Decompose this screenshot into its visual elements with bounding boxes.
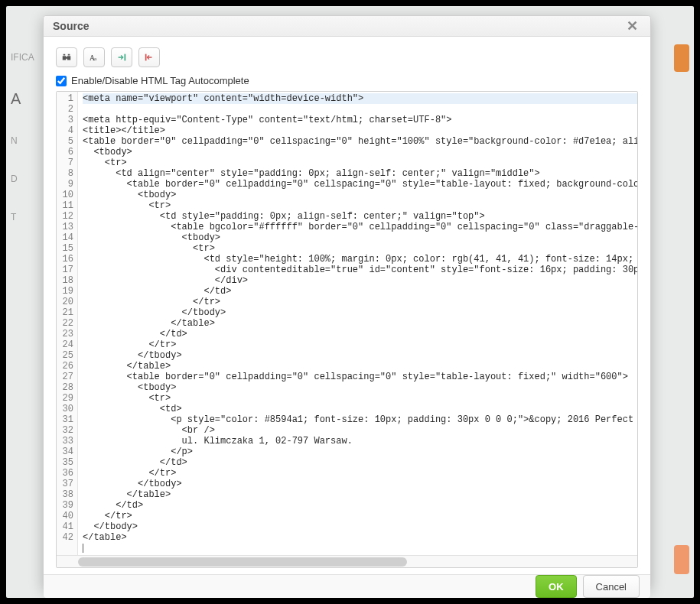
- binoculars-icon: [61, 52, 72, 63]
- code-line[interactable]: <td>: [83, 404, 182, 414]
- code-line[interactable]: </table>: [83, 318, 215, 329]
- code-line[interactable]: </td>: [83, 286, 231, 297]
- replace-icon: Aa: [89, 52, 99, 63]
- cancel-button[interactable]: Cancel: [583, 575, 640, 598]
- svg-text:a: a: [94, 56, 97, 62]
- code-editor: 1234567891011121314151617181920212223242…: [56, 91, 638, 568]
- code-line[interactable]: <tbody>: [83, 232, 220, 243]
- code-line[interactable]: <table bgcolor="#ffffff" border="0" cell…: [83, 222, 638, 232]
- code-line[interactable]: <table border="0" cellpadding="0" cellsp…: [83, 136, 638, 147]
- source-dialog: Source ✕ Aa: [43, 15, 651, 589]
- code-line[interactable]: <td style="padding: 0px; align-self: cen…: [83, 211, 485, 222]
- code-line[interactable]: <p style="color: #8594a1; font-size: 10p…: [83, 414, 638, 425]
- code-line[interactable]: </td>: [83, 500, 143, 511]
- code-line[interactable]: </tbody>: [83, 479, 182, 489]
- bg-accent-1: [674, 44, 689, 72]
- code-line[interactable]: </table>: [83, 361, 171, 372]
- code-line[interactable]: ul. Klimczaka 1, 02-797 Warsaw.: [83, 436, 353, 447]
- autocomplete-label: Enable/Disable HTML Tag Autocomplete: [71, 75, 249, 86]
- code-line[interactable]: <title></title>: [83, 125, 165, 136]
- code-line[interactable]: <br />: [83, 425, 215, 436]
- code-line[interactable]: <tr>: [83, 393, 171, 404]
- code-line[interactable]: </tr>: [83, 297, 220, 307]
- close-icon: ✕: [627, 18, 638, 34]
- hscroll-thumb[interactable]: [78, 557, 407, 567]
- code-line[interactable]: </tbody>: [83, 350, 182, 361]
- code-line[interactable]: </table>: [83, 489, 171, 500]
- code-line[interactable]: </tbody>: [83, 307, 226, 318]
- code-area[interactable]: <meta name="viewport" content="width=dev…: [78, 92, 638, 555]
- code-line[interactable]: <div contenteditable="true" id="content"…: [83, 265, 638, 275]
- code-line[interactable]: </tr>: [83, 511, 132, 521]
- code-line[interactable]: <tr>: [83, 243, 215, 254]
- comment-button[interactable]: [138, 47, 160, 67]
- code-line[interactable]: [83, 543, 83, 554]
- autocomplete-toggle[interactable]: Enable/Disable HTML Tag Autocomplete: [56, 75, 638, 86]
- code-line[interactable]: <meta http-equiv="Content-Type" content=…: [83, 115, 451, 125]
- bg-letters: IFICA A N D T: [11, 52, 37, 373]
- close-button[interactable]: ✕: [623, 16, 641, 36]
- code-line[interactable]: <tbody>: [83, 147, 132, 157]
- dialog-footer: OK Cancel: [44, 574, 650, 598]
- code-line[interactable]: </tr>: [83, 339, 176, 350]
- code-line[interactable]: <table border="0" cellpadding="0" cellsp…: [83, 179, 638, 190]
- code-line[interactable]: <td align="center" style="padding: 0px; …: [83, 168, 540, 179]
- code-line[interactable]: </p>: [83, 447, 193, 457]
- uncomment-button[interactable]: [111, 47, 132, 67]
- code-line[interactable]: <meta name="viewport" content="width=dev…: [83, 93, 638, 104]
- code-line[interactable]: </td>: [83, 457, 187, 468]
- caret-icon: [83, 544, 83, 553]
- code-line[interactable]: <tr>: [83, 157, 127, 168]
- replace-button[interactable]: Aa: [83, 47, 105, 67]
- find-button[interactable]: [56, 47, 77, 67]
- code-line[interactable]: <tbody>: [83, 382, 176, 393]
- code-line[interactable]: <tr>: [83, 200, 171, 211]
- code-line[interactable]: <tbody>: [83, 190, 176, 200]
- ok-button[interactable]: OK: [536, 575, 577, 598]
- dialog-header: Source ✕: [44, 16, 650, 37]
- line-gutter: 1234567891011121314151617181920212223242…: [57, 92, 78, 555]
- bg-accent-2: [674, 545, 689, 574]
- code-line[interactable]: </tbody>: [83, 521, 138, 532]
- horizontal-scrollbar[interactable]: [57, 555, 638, 567]
- dialog-title: Source: [53, 20, 89, 32]
- code-line[interactable]: </div>: [83, 275, 248, 286]
- code-line[interactable]: </tr>: [83, 468, 176, 479]
- arrow-out-icon: [144, 52, 155, 63]
- code-line[interactable]: <table border="0" cellpadding="0" cellsp…: [83, 372, 628, 382]
- dialog-body: Aa Enable/Disable HTML Tag Autocomplete: [44, 37, 650, 574]
- arrow-in-icon: [116, 52, 127, 63]
- code-line[interactable]: </td>: [83, 329, 187, 339]
- code-line[interactable]: </table>: [83, 532, 127, 543]
- autocomplete-checkbox[interactable]: [56, 76, 67, 86]
- code-line[interactable]: <td style="height: 100%; margin: 0px; co…: [83, 254, 638, 265]
- editor-toolbar: Aa: [56, 47, 638, 67]
